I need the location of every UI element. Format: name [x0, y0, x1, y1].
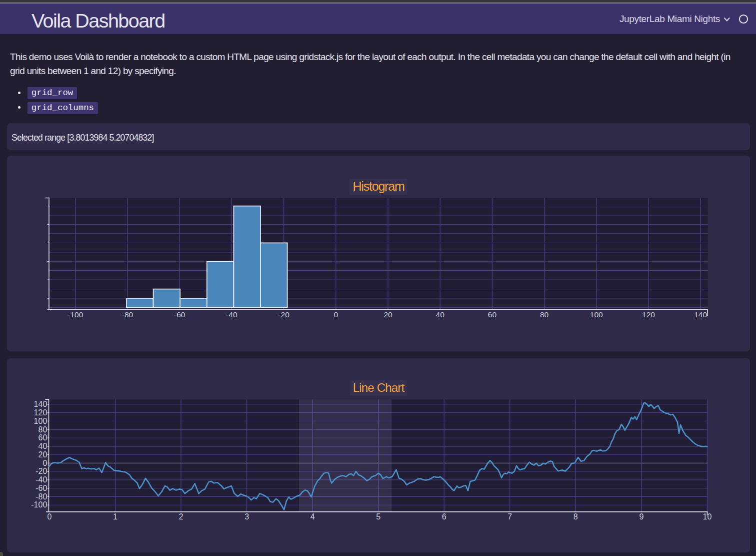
svg-text:60: 60 [488, 310, 497, 319]
svg-text:-40: -40 [36, 475, 47, 484]
svg-text:60: 60 [38, 433, 48, 442]
svg-text:1: 1 [113, 512, 118, 521]
svg-text:0: 0 [334, 310, 338, 319]
svg-text:-20: -20 [36, 467, 47, 475]
svg-text:100: 100 [34, 417, 48, 425]
svg-text:140: 140 [34, 400, 48, 408]
svg-text:-80: -80 [122, 310, 134, 319]
svg-text:20: 20 [384, 310, 392, 319]
svg-text:-20: -20 [278, 310, 290, 319]
svg-text:-100: -100 [68, 310, 83, 319]
svg-text:40: 40 [38, 442, 48, 450]
svg-text:40: 40 [436, 310, 445, 319]
svg-text:7: 7 [508, 512, 512, 521]
svg-text:-60: -60 [36, 484, 47, 492]
svg-text:2: 2 [179, 512, 184, 521]
svg-text:120: 120 [642, 310, 655, 319]
svg-text:3: 3 [244, 512, 249, 521]
svg-text:4: 4 [310, 512, 315, 521]
svg-text:6: 6 [442, 512, 446, 521]
svg-text:-100: -100 [31, 500, 47, 509]
svg-text:140: 140 [694, 310, 707, 319]
svg-text:-60: -60 [174, 310, 186, 319]
svg-text:20: 20 [38, 450, 48, 459]
svg-text:8: 8 [574, 512, 578, 521]
svg-text:120: 120 [34, 408, 48, 417]
svg-text:80: 80 [540, 310, 549, 319]
svg-text:-80: -80 [36, 492, 47, 501]
svg-text:9: 9 [639, 512, 644, 521]
svg-text:80: 80 [38, 425, 48, 434]
svg-text:100: 100 [590, 310, 603, 319]
svg-text:10: 10 [703, 512, 712, 521]
svg-text:-40: -40 [226, 310, 238, 319]
svg-text:0: 0 [42, 459, 47, 467]
svg-text:0: 0 [47, 512, 52, 521]
svg-text:5: 5 [376, 512, 380, 521]
